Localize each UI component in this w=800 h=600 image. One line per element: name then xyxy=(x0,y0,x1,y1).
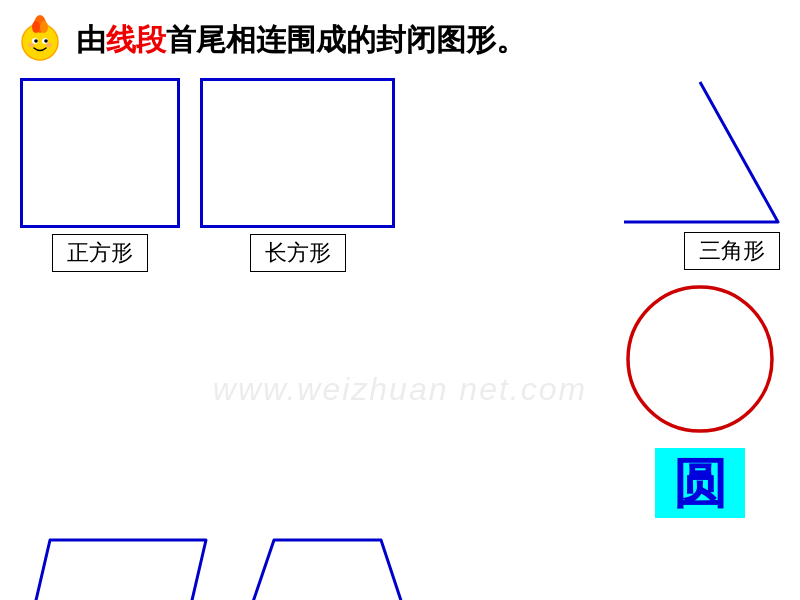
right-column: 三角形 圆 xyxy=(620,78,780,518)
row1-shapes: 正方形 长方形 三角形 圆 xyxy=(20,78,780,518)
row2-shapes: 平行四边形 梯形 xyxy=(20,536,780,600)
circle-container: 圆 xyxy=(621,280,779,518)
square-shape xyxy=(20,78,180,228)
rectangle-shape xyxy=(200,78,395,228)
mascot-icon xyxy=(14,14,66,66)
svg-point-8 xyxy=(28,43,34,47)
trapezoid-container: 梯形 xyxy=(230,536,425,600)
header: 由线段首尾相连围成的封闭图形。 xyxy=(0,0,800,74)
svg-marker-11 xyxy=(24,540,206,600)
svg-point-2 xyxy=(32,21,40,33)
svg-point-9 xyxy=(46,43,52,47)
parallelogram-container: 平行四边形 xyxy=(20,536,210,600)
triangle-label: 三角形 xyxy=(684,232,780,270)
rectangle-label: 长方形 xyxy=(250,234,346,272)
square-container: 正方形 xyxy=(20,78,180,272)
triangle-container: 三角形 xyxy=(620,78,780,270)
title-suffix: 首尾相连围成的封闭图形。 xyxy=(166,23,526,56)
yuan-label: 圆 xyxy=(655,448,745,518)
rectangle-container: 长方形 xyxy=(200,78,395,272)
circle-shape xyxy=(621,280,779,438)
page-title: 由线段首尾相连围成的封闭图形。 xyxy=(76,20,526,61)
svg-point-10 xyxy=(628,287,772,431)
main-content: www.weizhuan net.com 正方形 长方形 三角形 xyxy=(0,78,800,600)
title-prefix: 由 xyxy=(76,23,106,56)
svg-point-7 xyxy=(44,39,48,43)
svg-point-3 xyxy=(40,21,48,33)
svg-marker-12 xyxy=(236,540,418,600)
parallelogram-shape xyxy=(20,536,210,600)
square-label: 正方形 xyxy=(52,234,148,272)
triangle-shape xyxy=(620,78,780,226)
svg-point-6 xyxy=(34,39,38,43)
title-highlight: 线段 xyxy=(106,23,166,56)
trapezoid-shape xyxy=(230,536,425,600)
